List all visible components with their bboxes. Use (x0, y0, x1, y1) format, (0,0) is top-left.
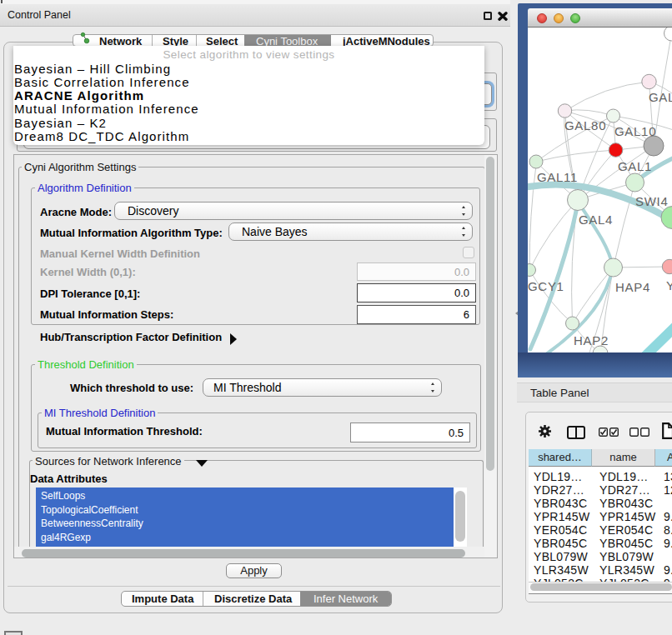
svg-text:GAL11: GAL11 (537, 170, 578, 184)
svg-text:SWI4: SWI4 (635, 194, 668, 208)
svg-text:GAL: GAL (649, 90, 672, 104)
svg-text:GAL1: GAL1 (618, 159, 652, 173)
svg-text:GAL80: GAL80 (564, 118, 606, 132)
svg-text:GAL10: GAL10 (614, 124, 656, 138)
svg-text:Y: Y (666, 278, 672, 292)
svg-text:GCY1: GCY1 (528, 279, 564, 293)
svg-text:HAP2: HAP2 (574, 333, 609, 348)
svg-text:HAP4: HAP4 (615, 280, 650, 294)
svg-text:GAL4: GAL4 (579, 212, 613, 227)
